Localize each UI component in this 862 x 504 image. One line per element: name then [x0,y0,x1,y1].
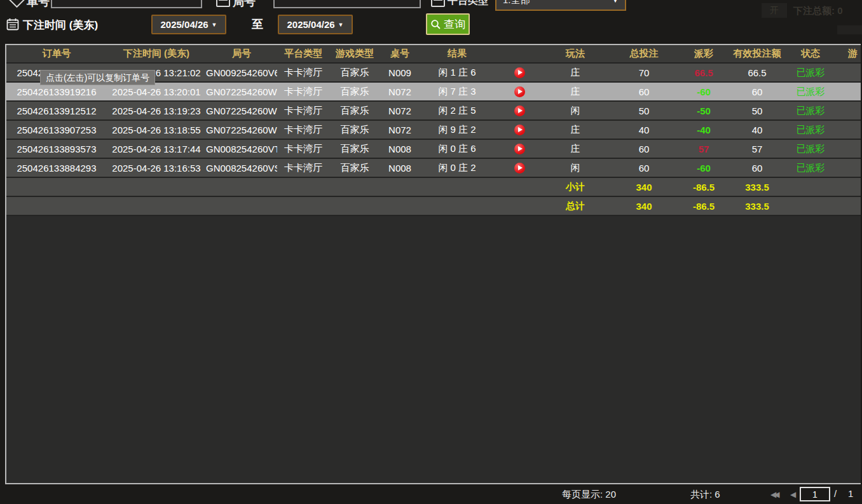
date-from-picker[interactable]: 2025/04/26 ▼ [151,15,226,34]
cell-empty [495,177,544,196]
cell-replay [495,120,544,139]
subtotal-row: 小计340-86.5333.5 [6,177,861,196]
cell-sum-payout: -86.5 [681,196,726,215]
cell-platform: 卡卡湾厅 [277,120,329,139]
diamond-icon [8,0,27,8]
cell-empty [6,177,107,196]
cell-empty [206,196,277,215]
replay-icon[interactable] [514,67,525,78]
cell-result: 闲 2 庄 5 [420,101,495,120]
cell-payout: -40 [681,120,726,139]
cell-order-no[interactable]: 250426133893573 [6,139,107,158]
copy-order-tooltip: 点击(左击)可以复制订单号 [40,70,155,85]
table-row[interactable]: 2504261339072532025-04-26 13:18:55GN0722… [6,120,861,139]
cell-status: 已派彩 [788,82,833,101]
date-from-value: 2025/04/26 [161,19,209,30]
cell-empty [107,177,206,196]
col-header-3: 平台类型 [277,45,329,63]
col-header-7 [495,45,544,63]
cell-table-no: N008 [380,139,420,158]
cell-extra [833,63,861,82]
cell-result: 闲 9 庄 2 [420,120,495,139]
cell-valid-bet: 57 [726,139,788,158]
cell-empty [788,196,833,215]
round-no-input[interactable] [273,0,421,8]
col-header-11: 有效投注额 [726,45,788,63]
cell-platform: 卡卡湾厅 [277,82,329,101]
cell-platform: 卡卡湾厅 [277,158,329,177]
cell-status: 已派彩 [788,158,833,177]
replay-icon[interactable] [514,163,525,174]
date-to-picker[interactable]: 2025/04/26 ▼ [278,15,353,34]
col-header-8: 玩法 [544,45,606,63]
cell-order-no[interactable]: 250426133912512 [6,101,107,120]
chevron-down-icon: ▼ [612,0,619,4]
form-icon [216,0,230,7]
col-header-12: 状态 [788,45,833,63]
cell-platform: 卡卡湾厅 [277,139,329,158]
col-header-10: 派彩 [681,45,726,63]
faint-bet-total-text: 下注总额: 0 [793,5,843,17]
cell-result: 闲 7 庄 3 [420,82,495,101]
faint-background-rect [837,25,862,34]
cell-play-type: 闲 [544,101,606,120]
faint-background-label: 开 [762,3,787,18]
cell-play-type: 庄 [544,139,606,158]
cell-total-bet: 60 [606,158,681,177]
cell-result: 闲 0 庄 2 [420,158,495,177]
grand-total-row: 总计340-86.5333.5 [6,196,861,215]
cell-total-bet: 50 [606,101,681,120]
page-separator: / [834,488,837,499]
cell-payout: -60 [681,82,726,101]
cell-total-bet: 40 [606,120,681,139]
cell-extra [833,101,861,120]
page-number-input[interactable] [800,487,830,501]
cell-sum-valid: 333.5 [726,177,788,196]
cell-result: 闲 1 庄 6 [420,63,495,82]
cell-table-no: N009 [380,63,420,82]
col-header-4: 游戏类型 [329,45,380,63]
prev-page-button[interactable]: ◀ [790,490,796,499]
cell-game-type: 百家乐 [329,101,380,120]
cell-valid-bet: 40 [726,120,788,139]
cell-order-no[interactable]: 250426133907253 [6,120,107,139]
cell-total-bet: 70 [606,63,681,82]
replay-icon[interactable] [514,125,525,135]
cell-play-type: 庄 [544,63,606,82]
cell-valid-bet: 60 [726,82,788,101]
cell-platform: 卡卡湾厅 [277,101,329,120]
cell-empty [420,177,495,196]
replay-icon[interactable] [514,106,525,116]
cell-status: 已派彩 [788,63,833,82]
table-row[interactable]: 2504261338935732025-04-26 13:17:44GN0082… [6,139,861,158]
cell-payout: -50 [681,101,726,120]
replay-icon[interactable] [514,144,525,154]
col-header-5: 桌号 [380,45,420,63]
order-no-input[interactable] [51,0,202,8]
cell-empty [495,196,544,215]
cell-order-no[interactable]: 250426133884293 [6,158,107,177]
form-icon-2 [431,0,445,7]
cell-round-no: GN072254260WB [206,120,277,139]
cell-extra [833,158,861,177]
platform-type-select[interactable]: 1.全部 ▼ [495,0,626,11]
cell-bet-time: 2025-04-26 13:19:23 [107,101,206,120]
cell-status: 已派彩 [788,120,833,139]
col-header-0: 订单号 [6,45,107,63]
cell-platform: 卡卡湾厅 [277,63,329,82]
table-row[interactable]: 2504261339125122025-04-26 13:19:23GN0722… [6,101,861,120]
col-header-1: 下注时间 (美东) [107,45,206,63]
replay-icon[interactable] [514,86,525,97]
cell-round-no: GN009254260V6 [206,63,277,82]
cell-total-bet: 60 [606,82,681,101]
to-label: 至 [252,17,263,32]
col-header-13: 游 [833,45,861,63]
first-page-button[interactable]: ◀◀ [770,490,777,499]
platform-select-label: 平台类型 [448,0,488,8]
cell-table-no: N072 [380,120,420,139]
query-button[interactable]: 查询 [426,13,470,35]
cell-empty [6,196,107,215]
query-button-label: 查询 [444,17,465,32]
cell-replay [495,139,544,158]
table-row[interactable]: 2504261338842932025-04-26 13:16:53GN0082… [6,158,861,177]
